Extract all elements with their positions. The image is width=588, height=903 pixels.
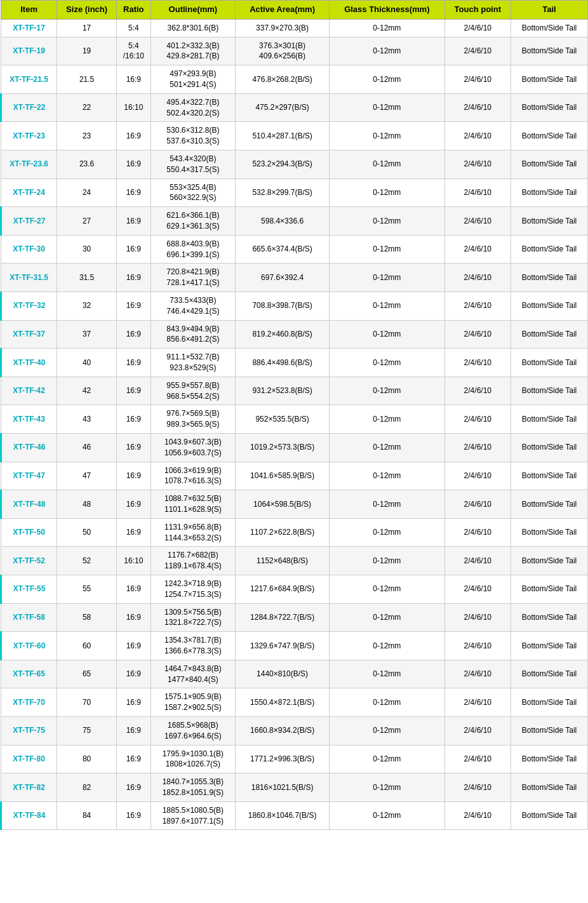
cell-ratio: 16:9	[116, 716, 150, 745]
cell-outline: 843.9×494.9(B)856.6×491.2(S)	[150, 320, 236, 349]
cell-touch-point: 2/4/6/10	[444, 716, 511, 745]
cell-active-area: 1816×1021.5(B/S)	[236, 773, 330, 802]
cell-ratio: 16:9	[116, 150, 150, 179]
cell-ratio: 16:9	[116, 745, 150, 773]
table-row: XT-TF-707016:91575.1×905.9(B)1587.2×902.…	[1, 688, 588, 717]
cell-touch-point: 2/4/6/10	[444, 801, 511, 830]
cell-tail: Bottom/Side Tail	[511, 575, 587, 603]
cell-glass-thickness: 0-12mm	[330, 518, 445, 547]
cell-item: XT-TF-52	[1, 547, 57, 575]
cell-item: XT-TF-24	[1, 178, 57, 207]
cell-outline: 1309.5×756.5(B)1321.8×722.7(S)	[150, 603, 236, 632]
cell-item: XT-TF-75	[1, 716, 57, 745]
table-row: XT-TF-23.623.616:9543.4×320(B)550.4×317.…	[1, 150, 588, 179]
cell-active-area: 1771.2×996.3(B/S)	[236, 745, 330, 773]
cell-item: XT-TF-22	[1, 93, 57, 122]
cell-tail: Bottom/Side Tail	[511, 19, 587, 37]
cell-size: 24	[57, 178, 117, 207]
cell-touch-point: 2/4/6/10	[444, 434, 511, 462]
cell-tail: Bottom/Side Tail	[511, 65, 587, 94]
cell-outline: 1885.5×1080.5(B)1897.6×1077.1(S)	[150, 801, 236, 830]
cell-active-area: 1041.6×585.9(B/S)	[236, 462, 330, 490]
cell-size: 43	[57, 405, 117, 434]
cell-glass-thickness: 0-12mm	[330, 235, 445, 264]
table-row: XT-TF-17175:4362.8*301.6(B)337.9×270.3(B…	[1, 19, 588, 37]
cell-ratio: 16:9	[116, 65, 150, 94]
cell-item: XT-TF-82	[1, 773, 57, 802]
cell-item: XT-TF-21.5	[1, 65, 57, 94]
cell-touch-point: 2/4/6/10	[444, 264, 511, 292]
cell-glass-thickness: 0-12mm	[330, 19, 445, 37]
cell-active-area: 1440×810(B/S)	[236, 660, 330, 688]
cell-ratio: 16:9	[116, 632, 150, 660]
cell-size: 55	[57, 575, 117, 603]
cell-glass-thickness: 0-12mm	[330, 745, 445, 773]
cell-touch-point: 2/4/6/10	[444, 462, 511, 490]
cell-tail: Bottom/Side Tail	[511, 518, 587, 547]
table-row: XT-TF-606016:91354.3×781.7(B)1366.6×778.…	[1, 632, 588, 660]
table-row: XT-TF-585816:91309.5×756.5(B)1321.8×722.…	[1, 603, 588, 632]
cell-item: XT-TF-19	[1, 37, 57, 65]
cell-size: 40	[57, 349, 117, 377]
cell-item: XT-TF-84	[1, 801, 57, 830]
cell-ratio: 16:9	[116, 377, 150, 405]
cell-glass-thickness: 0-12mm	[330, 801, 445, 830]
cell-glass-thickness: 0-12mm	[330, 405, 445, 434]
cell-tail: Bottom/Side Tail	[511, 745, 587, 773]
cell-ratio: 16:9	[116, 660, 150, 688]
cell-ratio: 5:4	[116, 19, 150, 37]
cell-active-area: 1152×648(B/S)	[236, 547, 330, 575]
cell-ratio: 16:9	[116, 235, 150, 264]
header-ratio: Ratio	[116, 1, 150, 20]
cell-outline: 543.4×320(B)550.4×317.5(S)	[150, 150, 236, 179]
cell-tail: Bottom/Side Tail	[511, 37, 587, 65]
cell-glass-thickness: 0-12mm	[330, 264, 445, 292]
table-row: XT-TF-424216:9955.9×557.8(B)968.5×554.2(…	[1, 377, 588, 405]
cell-tail: Bottom/Side Tail	[511, 150, 587, 179]
cell-touch-point: 2/4/6/10	[444, 65, 511, 94]
cell-touch-point: 2/4/6/10	[444, 37, 511, 65]
cell-item: XT-TF-17	[1, 19, 57, 37]
cell-tail: Bottom/Side Tail	[511, 632, 587, 660]
cell-outline: 621.6×366.1(B)629.1×361.3(S)	[150, 207, 236, 236]
cell-item: XT-TF-65	[1, 660, 57, 688]
cell-ratio: 16:9	[116, 603, 150, 632]
cell-active-area: 952×535.5(B/S)	[236, 405, 330, 434]
cell-item: XT-TF-47	[1, 462, 57, 490]
cell-size: 27	[57, 207, 117, 236]
cell-tail: Bottom/Side Tail	[511, 377, 587, 405]
cell-tail: Bottom/Side Tail	[511, 320, 587, 349]
cell-ratio: 16:9	[116, 688, 150, 717]
cell-tail: Bottom/Side Tail	[511, 292, 587, 321]
table-row: XT-TF-757516:91685.5×968(B)1697.6×964.6(…	[1, 716, 588, 745]
cell-size: 65	[57, 660, 117, 688]
cell-size: 52	[57, 547, 117, 575]
cell-glass-thickness: 0-12mm	[330, 632, 445, 660]
cell-size: 23	[57, 122, 117, 150]
cell-ratio: 16:9	[116, 773, 150, 802]
cell-touch-point: 2/4/6/10	[444, 320, 511, 349]
cell-size: 82	[57, 773, 117, 802]
cell-outline: 911.1×532.7(B)923.8×529(S)	[150, 349, 236, 377]
cell-size: 19	[57, 37, 117, 65]
cell-active-area: 708.8×398.7(B/S)	[236, 292, 330, 321]
cell-touch-point: 2/4/6/10	[444, 377, 511, 405]
cell-tail: Bottom/Side Tail	[511, 93, 587, 122]
cell-ratio: 16:9	[116, 575, 150, 603]
table-row: XT-TF-19195:4/16:10401.2×332.3(B)429.8×2…	[1, 37, 588, 65]
cell-ratio: 16:9	[116, 434, 150, 462]
cell-item: XT-TF-40	[1, 349, 57, 377]
cell-item: XT-TF-37	[1, 320, 57, 349]
cell-tail: Bottom/Side Tail	[511, 405, 587, 434]
cell-glass-thickness: 0-12mm	[330, 292, 445, 321]
cell-size: 23.6	[57, 150, 117, 179]
cell-item: XT-TF-30	[1, 235, 57, 264]
cell-glass-thickness: 0-12mm	[330, 150, 445, 179]
cell-item: XT-TF-32	[1, 292, 57, 321]
cell-tail: Bottom/Side Tail	[511, 801, 587, 830]
header-active-area: Active Area(mm)	[236, 1, 330, 20]
cell-glass-thickness: 0-12mm	[330, 93, 445, 122]
cell-size: 75	[57, 716, 117, 745]
cell-active-area: 510.4×287.1(B/S)	[236, 122, 330, 150]
cell-touch-point: 2/4/6/10	[444, 150, 511, 179]
